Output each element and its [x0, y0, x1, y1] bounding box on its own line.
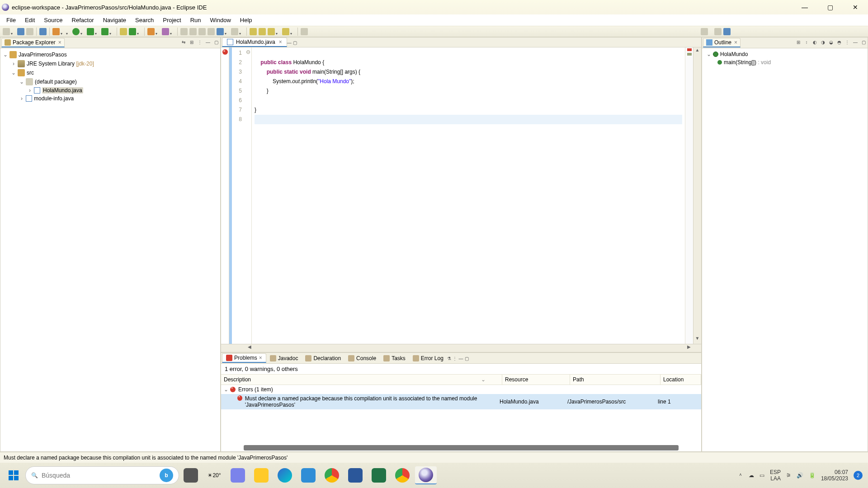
- minimize-view-icon[interactable]: —: [459, 356, 463, 361]
- menu-edit[interactable]: Edit: [20, 15, 39, 25]
- horizontal-scrollbar[interactable]: [244, 445, 679, 450]
- onedrive-icon[interactable]: ☁: [749, 472, 754, 479]
- open-perspective-icon[interactable]: [714, 28, 722, 35]
- back-icon[interactable]: [250, 28, 257, 35]
- view-menu-icon[interactable]: ⋮: [844, 40, 850, 46]
- col-path[interactable]: Path: [570, 375, 660, 385]
- run-last-dropdown[interactable]: [109, 30, 113, 33]
- last-edit-icon[interactable]: [268, 28, 275, 35]
- open-task-icon[interactable]: [147, 28, 155, 35]
- error-group-row[interactable]: ⌄Errors (1 item): [221, 385, 701, 394]
- menu-run[interactable]: Run: [186, 15, 206, 25]
- tab-problems[interactable]: Problems×: [222, 353, 266, 363]
- toggle-block-icon[interactable]: [189, 28, 197, 35]
- save-icon[interactable]: [17, 28, 24, 35]
- menu-project[interactable]: Project: [158, 15, 185, 25]
- maximize-view-icon[interactable]: ▢: [213, 40, 219, 46]
- error-overview-marker[interactable]: [687, 48, 692, 51]
- maximize-view-icon[interactable]: ▢: [293, 40, 297, 45]
- start-button[interactable]: [3, 466, 24, 484]
- minimize-view-icon[interactable]: —: [852, 40, 859, 46]
- new-icon[interactable]: [3, 28, 10, 35]
- close-icon[interactable]: ×: [279, 39, 282, 45]
- package-explorer-tab[interactable]: Package Explorer ×: [1, 38, 65, 47]
- next-annotation-icon[interactable]: [231, 28, 238, 35]
- show-whitespace-icon[interactable]: [198, 28, 206, 35]
- menu-window[interactable]: Window: [206, 15, 236, 25]
- close-icon[interactable]: ×: [734, 39, 737, 46]
- menu-source[interactable]: Source: [39, 15, 67, 25]
- outline-method[interactable]: main(String[]): [724, 59, 756, 66]
- outline-class[interactable]: HolaMundo: [720, 51, 748, 57]
- code-editor[interactable]: 12345678 ⊖ public class HolaMundo { publ…: [221, 47, 701, 344]
- volume-icon[interactable]: 🔊: [797, 472, 803, 479]
- sort-icon[interactable]: [217, 28, 224, 35]
- maximize-button[interactable]: ▢: [823, 4, 837, 11]
- hide-static-icon[interactable]: ◑: [820, 40, 826, 46]
- outline-tab[interactable]: Outline ×: [703, 38, 741, 47]
- coverage-icon[interactable]: [87, 28, 94, 35]
- run-icon[interactable]: [72, 28, 80, 35]
- code-area[interactable]: public class HolaMundo { public static v…: [252, 47, 685, 344]
- tray-chevron-icon[interactable]: ＾: [738, 472, 743, 479]
- minimize-button[interactable]: —: [797, 4, 812, 11]
- weather-widget[interactable]: ☀20°: [203, 466, 225, 484]
- link-editor-icon[interactable]: ⊞: [189, 40, 195, 46]
- notification-badge[interactable]: 2: [854, 471, 863, 480]
- run-last-icon[interactable]: [101, 28, 108, 35]
- quick-access-icon[interactable]: [701, 28, 708, 35]
- coverage-dropdown[interactable]: [95, 30, 99, 33]
- edge-button[interactable]: [274, 466, 296, 484]
- fold-gutter[interactable]: ⊖: [245, 47, 252, 344]
- menu-file[interactable]: File: [2, 15, 20, 25]
- open-task-dropdown[interactable]: [156, 30, 159, 33]
- editor-tab[interactable]: HolaMundo.java ×: [222, 38, 287, 47]
- tab-tasks[interactable]: Tasks: [380, 354, 409, 362]
- eclipse-button[interactable]: [415, 466, 437, 484]
- minimize-view-icon[interactable]: —: [205, 40, 211, 46]
- new-class-dropdown[interactable]: [137, 30, 141, 33]
- bing-icon[interactable]: b: [160, 469, 173, 482]
- taskview-button[interactable]: [180, 466, 202, 484]
- menu-navigate[interactable]: Navigate: [99, 15, 131, 25]
- pin-icon[interactable]: [301, 28, 308, 35]
- store-button[interactable]: [297, 466, 319, 484]
- save-all-icon[interactable]: [26, 28, 33, 35]
- word-button[interactable]: [344, 466, 366, 484]
- nav-dropdown[interactable]: [276, 30, 279, 33]
- src-label[interactable]: src: [27, 70, 34, 76]
- tab-javadoc[interactable]: Javadoc: [266, 354, 302, 362]
- debug-icon[interactable]: [52, 28, 60, 35]
- debug-dropdown2[interactable]: [66, 30, 70, 33]
- toggle-mark-icon[interactable]: [180, 28, 188, 35]
- jre-label[interactable]: JRE System Library: [27, 61, 75, 67]
- new-package-icon[interactable]: [120, 28, 127, 35]
- close-button[interactable]: ✕: [848, 4, 863, 11]
- excel-button[interactable]: [368, 466, 390, 484]
- search-icon[interactable]: [162, 28, 169, 35]
- chrome-button[interactable]: [321, 466, 343, 484]
- col-location[interactable]: Location: [660, 375, 701, 385]
- file-holamundo[interactable]: HolaMundo.java: [42, 87, 83, 94]
- clock[interactable]: 06:0718/05/2023: [821, 469, 848, 482]
- explorer-button[interactable]: [250, 466, 272, 484]
- chat-button[interactable]: [227, 466, 249, 484]
- menu-help[interactable]: Help: [236, 15, 257, 25]
- debug-dropdown[interactable]: [61, 30, 64, 33]
- sort-icon[interactable]: ↕: [803, 40, 810, 46]
- nav-back-icon[interactable]: [282, 28, 289, 35]
- tab-console[interactable]: Console: [344, 354, 380, 362]
- hide-local-icon[interactable]: ◓: [836, 40, 842, 46]
- maximize-view-icon[interactable]: ▢: [860, 40, 867, 46]
- problems-table[interactable]: Description⌄ Resource Path Location ⌄Err…: [221, 374, 701, 451]
- search-input[interactable]: [42, 472, 160, 479]
- package-tree[interactable]: ⌄JavaPrimerosPasos ›JRE System Library […: [0, 48, 220, 104]
- maximize-view-icon[interactable]: ▢: [465, 356, 469, 361]
- view-menu-icon[interactable]: ⋮: [453, 356, 457, 361]
- close-icon[interactable]: ×: [58, 39, 61, 46]
- file-moduleinfo[interactable]: module-info.java: [34, 95, 74, 102]
- new-dropdown[interactable]: [11, 30, 14, 33]
- nav-back-dropdown[interactable]: [290, 30, 294, 33]
- menu-refactor[interactable]: Refactor: [67, 15, 99, 25]
- horizontal-scrollbar[interactable]: ◀▶: [221, 344, 701, 352]
